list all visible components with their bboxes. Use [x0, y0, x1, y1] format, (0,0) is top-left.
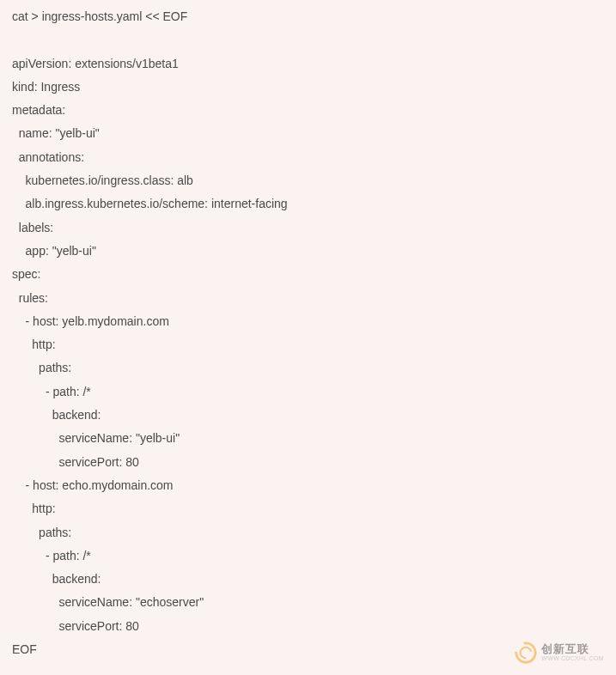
code-line: alb.ingress.kubernetes.io/scheme: intern…	[12, 192, 604, 216]
code-line: servicePort: 80	[12, 451, 604, 474]
code-line: app: "yelb-ui"	[12, 240, 604, 263]
code-line: paths:	[12, 356, 604, 380]
code-line: name: "yelb-ui"	[12, 122, 604, 145]
watermark-text: 创新互联 WWW.CDCXHL.COM	[541, 643, 604, 662]
code-line: cat > ingress-hosts.yaml << EOF	[12, 5, 604, 28]
code-line: backend:	[12, 568, 604, 591]
code-line: backend:	[12, 404, 604, 427]
code-line: http:	[12, 497, 604, 520]
code-line: http:	[12, 333, 604, 356]
svg-point-0	[514, 641, 538, 665]
code-line: - path: /*	[12, 544, 604, 568]
watermark: 创新互联 WWW.CDCXHL.COM	[514, 641, 604, 665]
code-line: kind: Ingress	[12, 76, 604, 99]
watermark-main-text: 创新互联	[541, 643, 604, 655]
code-block: cat > ingress-hosts.yaml << EOF apiVersi…	[12, 5, 604, 661]
code-line: rules:	[12, 287, 604, 310]
code-line: serviceName: "echoserver"	[12, 591, 604, 614]
code-line: paths:	[12, 521, 604, 544]
code-line: - host: yelb.mydomain.com	[12, 310, 604, 333]
code-line: - host: echo.mydomain.com	[12, 474, 604, 497]
code-line: apiVersion: extensions/v1beta1	[12, 52, 604, 76]
code-line: kubernetes.io/ingress.class: alb	[12, 169, 604, 192]
code-line: - path: /*	[12, 380, 604, 404]
code-line: metadata:	[12, 99, 604, 122]
svg-point-1	[519, 645, 534, 660]
code-line: annotations:	[12, 146, 604, 169]
code-line-blank	[12, 28, 604, 52]
watermark-sub-text: WWW.CDCXHL.COM	[541, 655, 604, 662]
code-line: spec:	[12, 263, 604, 286]
code-line: serviceName: "yelb-ui"	[12, 427, 604, 450]
code-line: labels:	[12, 216, 604, 240]
watermark-logo-icon	[514, 641, 538, 665]
code-line: servicePort: 80	[12, 615, 604, 638]
